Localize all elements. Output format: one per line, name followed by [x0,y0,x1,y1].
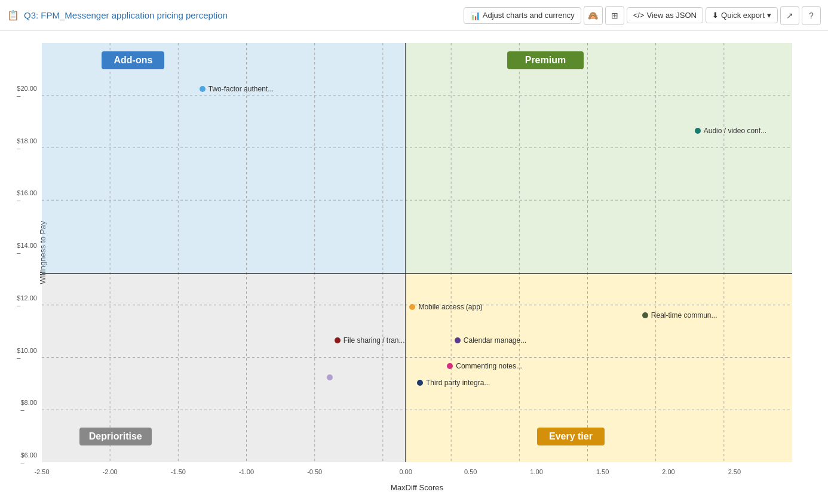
x-tick-1.5: 1.50 [596,468,609,475]
help-icon: ? [809,11,814,20]
share-icon: ↗ [786,11,793,20]
x-tick--1.0: -1.00 [239,468,254,475]
expand-icon: ⊞ [611,11,618,20]
y-tick-16: $16.00 – [17,189,37,204]
dot-calendar [455,337,461,343]
y-tick-8: $8.00 – [20,399,37,413]
datapoint-realtime: Real-time commun... [642,311,717,319]
dot-third-party [417,380,423,386]
quadrant-label-every-tier: Every tier [537,428,605,445]
y-tick-18: $18.00 – [17,137,37,152]
header: 📋 Q3: FPM_Messenger application pricing … [0,0,828,31]
header-title-area: 📋 Q3: FPM_Messenger application pricing … [7,10,228,21]
x-tick--0.5: -0.50 [307,468,322,475]
x-tick-1.0: 1.00 [530,468,542,475]
quadrant-label-addons: Add-ons [102,51,164,69]
x-tick--2.0: -2.00 [103,468,118,475]
x-tick-0.0: 0.00 [399,468,412,475]
chart-area: Willingness to Pay MaxDiff Scores [42,43,792,462]
datapoint-two-factor: Two-factor authent... [200,85,274,93]
datapoint-unlabeled [327,374,333,380]
y-tick-10: $10.00 – [17,347,37,361]
download-icon: ⬇ [712,11,719,20]
code-icon: </> [633,11,645,20]
x-axis-label: MaxDiff Scores [391,483,443,492]
share-button[interactable]: ↗ [780,6,799,25]
adjust-charts-button[interactable]: 📊 Adjust charts and currency [464,7,581,24]
quadrant-label-deprioritise: Deprioritise [79,428,152,445]
datapoint-third-party: Third party integra... [417,379,490,387]
datapoint-mobile-access: Mobile access (app) [409,303,482,311]
y-tick-12: $12.00 – [17,294,37,309]
datapoint-calendar: Calendar manage... [455,336,526,345]
dot-two-factor [200,86,206,92]
dot-file-sharing [335,337,341,343]
chart-icon: 📋 [7,10,19,21]
x-tick--2.5: -2.50 [34,468,49,475]
hide-icon-button[interactable]: 🙈 [584,6,603,25]
help-button[interactable]: ? [802,6,821,25]
y-axis-label: Willingness to Pay [38,221,47,284]
y-tick-6: $6.00 – [20,451,37,466]
header-actions: 📊 Adjust charts and currency 🙈 ⊞ </> Vie… [464,6,821,25]
quadrant-label-premium: Premium [507,51,584,69]
dot-audio-video [695,128,701,134]
x-tick--1.5: -1.50 [171,468,186,475]
y-tick-20: $20.00 – [17,85,37,99]
x-tick-0.5: 0.50 [464,468,477,475]
dot-unlabeled [327,374,333,380]
datapoint-commenting: Commenting notes... [447,362,522,370]
dot-realtime [642,312,648,318]
dot-mobile-access [409,304,415,310]
expand-icon-button[interactable]: ⊞ [605,6,624,25]
x-tick-2.5: 2.50 [728,468,741,475]
quick-export-button[interactable]: ⬇ Quick export ▾ [706,7,778,23]
chart-svg [42,43,792,462]
y-tick-14: $14.00 – [17,242,37,256]
x-tick-2.0: 2.00 [662,468,674,475]
datapoint-audio-video: Audio / video conf... [695,127,766,135]
eye-off-icon: 🙈 [588,11,598,20]
view-json-button[interactable]: </> View as JSON [627,7,703,23]
datapoint-file-sharing: File sharing / tran... [335,336,405,345]
adjust-icon: 📊 [470,11,480,20]
svg-rect-1 [406,43,792,273]
dot-commenting [447,363,453,369]
svg-rect-0 [42,43,406,273]
chevron-down-icon: ▾ [767,11,771,20]
chart-container: Willingness to Pay MaxDiff Scores [0,31,828,504]
page-title: Q3: FPM_Messenger application pricing pe… [24,10,228,20]
